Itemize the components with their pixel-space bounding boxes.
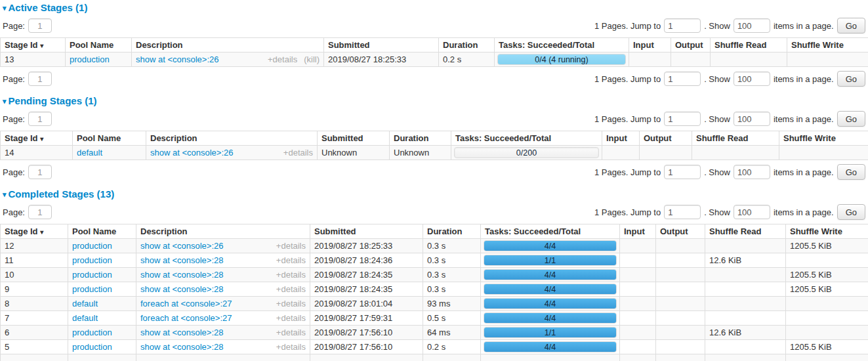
col-submitted[interactable]: Submitted — [318, 131, 390, 146]
col-input[interactable]: Input — [602, 131, 640, 146]
col-duration[interactable]: Duration — [439, 38, 495, 53]
col-stage-id[interactable]: Stage Id ▾ — [1, 131, 73, 146]
details-link[interactable]: +details — [276, 284, 306, 294]
page-number-input[interactable] — [28, 112, 52, 126]
description-link[interactable]: show at <console>:28 — [140, 270, 223, 280]
pool-link[interactable]: production — [72, 241, 112, 251]
show-items-input[interactable] — [734, 18, 770, 33]
col-pool-name[interactable]: Pool Name — [68, 224, 136, 239]
go-button[interactable]: Go — [837, 111, 865, 127]
col-tasks[interactable]: Tasks: Succeeded/Total — [481, 224, 620, 239]
stage-id-cell: 13 — [1, 53, 66, 67]
pool-link[interactable]: production — [72, 328, 112, 337]
pending-stages-title[interactable]: ▾Pending Stages (1) — [3, 95, 865, 107]
description-link[interactable]: foreach at <console>:27 — [140, 299, 232, 308]
details-link[interactable]: +details — [276, 255, 306, 265]
input-cell — [620, 253, 656, 268]
col-stage-id[interactable]: Stage Id ▾ — [1, 38, 66, 53]
show-items-input[interactable] — [734, 205, 770, 219]
pool-link[interactable]: production — [72, 284, 112, 294]
description-link[interactable]: show at <console>:26 — [150, 148, 233, 158]
details-link[interactable]: +details — [276, 313, 306, 323]
col-output[interactable]: Output — [656, 224, 705, 239]
pool-link[interactable]: production — [72, 270, 112, 280]
sort-desc-icon: ▾ — [40, 42, 43, 49]
page-label: Page: — [3, 21, 25, 31]
show-items-input[interactable] — [734, 72, 770, 86]
col-submitted[interactable]: Submitted — [310, 224, 423, 239]
table-row: 10 production +detailsshow at <console>:… — [1, 268, 868, 282]
description-link[interactable]: show at <console>:28 — [140, 255, 223, 265]
jump-to-input[interactable] — [664, 205, 701, 219]
col-tasks[interactable]: Tasks: Succeeded/Total — [451, 131, 602, 146]
details-link[interactable]: +details — [283, 148, 313, 158]
output-cell — [640, 146, 692, 160]
col-description[interactable]: Description — [136, 224, 310, 239]
col-shuffle-write[interactable]: Shuffle Write — [779, 131, 868, 146]
col-input[interactable]: Input — [620, 224, 656, 239]
stage-id-cell: 10 — [1, 268, 68, 282]
description-link[interactable]: foreach at <console>:27 — [140, 313, 232, 323]
details-link[interactable]: +details — [276, 241, 306, 251]
col-tasks[interactable]: Tasks: Succeeded/Total — [495, 38, 629, 53]
details-link[interactable]: +details — [276, 328, 306, 337]
show-items-input[interactable] — [734, 165, 770, 179]
col-shuffle-read[interactable]: Shuffle Read — [711, 38, 787, 53]
description-link[interactable]: show at <console>:26 — [136, 54, 218, 64]
stage-id-cell: 12 — [1, 239, 68, 253]
col-shuffle-read[interactable]: Shuffle Read — [705, 224, 786, 239]
show-items-input[interactable] — [734, 112, 770, 126]
col-shuffle-write[interactable]: Shuffle Write — [786, 224, 868, 239]
details-link[interactable]: +details — [268, 54, 297, 64]
details-link[interactable]: +details — [276, 342, 306, 352]
col-shuffle-write[interactable]: Shuffle Write — [787, 38, 868, 53]
description-link[interactable]: show at <console>:28 — [140, 328, 223, 337]
tasks-progress-label: 0/4 (4 running) — [498, 54, 625, 65]
jump-to-input[interactable] — [664, 165, 701, 179]
jump-to-input[interactable] — [664, 72, 701, 86]
col-pool-name[interactable]: Pool Name — [66, 38, 132, 53]
active-stages-title[interactable]: ▾Active Stages (1) — [3, 2, 865, 14]
pagination-bar: Page: 1 Pages. Jump to . Show items in a… — [0, 70, 868, 87]
completed-stages-title[interactable]: ▾Completed Stages (13) — [3, 188, 865, 200]
description-link[interactable]: show at <console>:28 — [140, 284, 223, 294]
shuffle-read-cell — [705, 340, 786, 354]
col-input[interactable]: Input — [629, 38, 671, 53]
collapse-arrow-icon: ▾ — [3, 190, 7, 198]
pagination-bar: Page: 1 Pages. Jump to . Show items in a… — [0, 110, 868, 127]
col-description[interactable]: Description — [132, 38, 324, 53]
description-link[interactable]: show at <console>:26 — [140, 241, 223, 251]
jump-to-input[interactable] — [664, 18, 701, 33]
go-button[interactable]: Go — [837, 204, 865, 220]
pool-link[interactable]: default — [72, 299, 98, 308]
page-number-input[interactable] — [28, 165, 52, 179]
col-duration[interactable]: Duration — [423, 224, 481, 239]
col-output[interactable]: Output — [640, 131, 692, 146]
pool-link[interactable]: production — [70, 54, 110, 64]
page-number-input[interactable] — [28, 205, 52, 219]
kill-link[interactable]: (kill) — [304, 54, 320, 64]
page-number-input[interactable] — [28, 72, 52, 86]
details-link[interactable]: +details — [276, 270, 306, 280]
stage-id-cell: 11 — [1, 253, 68, 268]
go-button[interactable]: Go — [837, 18, 865, 33]
pool-link[interactable]: production — [72, 342, 112, 352]
table-row: 5 production +detailsshow at <console>:2… — [1, 340, 868, 354]
pool-link[interactable]: default — [72, 313, 98, 323]
pool-link[interactable]: default — [77, 148, 102, 158]
go-button[interactable]: Go — [837, 164, 865, 180]
shuffle-write-cell: 1205.5 KiB — [786, 239, 868, 253]
page-number-input[interactable] — [28, 18, 52, 33]
go-button[interactable]: Go — [837, 71, 865, 87]
col-pool-name[interactable]: Pool Name — [73, 131, 146, 146]
details-link[interactable]: +details — [276, 299, 306, 308]
col-output[interactable]: Output — [671, 38, 711, 53]
col-description[interactable]: Description — [146, 131, 318, 146]
col-duration[interactable]: Duration — [390, 131, 451, 146]
pool-link[interactable]: production — [72, 255, 112, 265]
jump-to-input[interactable] — [664, 112, 701, 126]
description-link[interactable]: show at <console>:28 — [140, 342, 223, 352]
col-stage-id[interactable]: Stage Id ▾ — [1, 224, 68, 239]
col-submitted[interactable]: Submitted — [324, 38, 439, 53]
col-shuffle-read[interactable]: Shuffle Read — [692, 131, 779, 146]
